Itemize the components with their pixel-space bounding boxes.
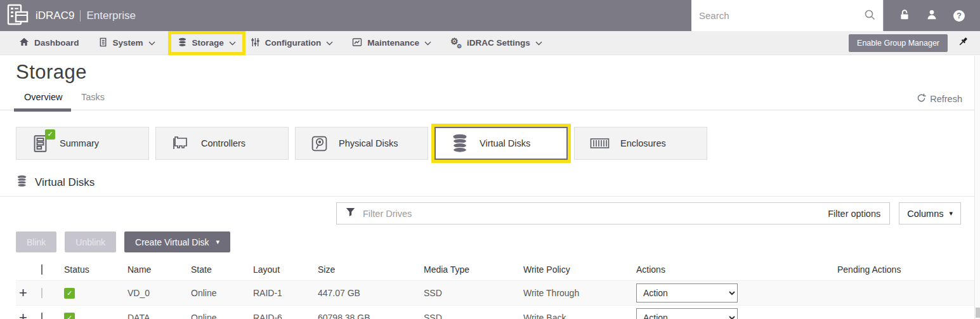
nav-configuration[interactable]: Configuration — [251, 37, 333, 49]
section-divider — [0, 196, 980, 197]
tile-summary[interactable]: ✓ Summary — [16, 127, 149, 160]
col-media-type: Media Type — [424, 264, 523, 275]
nav-label: Dashboard — [34, 38, 79, 48]
table-row: + ✓ DATA Online RAID-6 60798.38 GB SSD W… — [16, 305, 974, 319]
chevron-down-icon — [229, 38, 236, 48]
size-cell: 60798.38 GB — [318, 313, 424, 319]
layout-cell: RAID-1 — [253, 288, 318, 298]
search-input[interactable] — [699, 10, 864, 21]
brand: iDRAC9 Enterprise — [36, 10, 136, 22]
help-icon[interactable]: ? — [953, 10, 965, 22]
search-box[interactable] — [691, 0, 883, 31]
refresh-button[interactable]: Refresh — [917, 93, 962, 105]
action-select[interactable]: Action — [636, 308, 738, 319]
layout-cell: RAID-6 — [253, 313, 318, 319]
brand-divider — [80, 10, 81, 22]
chevron-down-icon — [148, 38, 155, 48]
pin-icon[interactable] — [958, 36, 969, 49]
filter-drives-box[interactable]: Filter options — [336, 202, 890, 225]
col-status: Status — [64, 264, 127, 275]
nav-system[interactable]: System — [98, 37, 155, 49]
tile-label: Physical Disks — [339, 138, 398, 148]
col-layout: Layout — [253, 264, 318, 275]
maintenance-chart-icon — [352, 37, 362, 49]
state-cell: Online — [191, 313, 253, 319]
page-title: Storage — [16, 61, 980, 84]
table-row: + ✓ VD_0 Online RAID-1 447.07 GB SSD Wri… — [16, 280, 974, 305]
name-cell: VD_0 — [127, 288, 191, 298]
size-cell: 447.07 GB — [318, 288, 424, 298]
unblink-button[interactable]: Unblink — [65, 231, 116, 252]
main-nav: Dashboard System Storage — [0, 31, 980, 55]
expand-row-button[interactable]: + — [16, 286, 39, 300]
tile-label: Enclosures — [620, 138, 666, 148]
virtual-disks-table: Status Name State Layout Size Media Type… — [16, 259, 974, 319]
tab-tasks[interactable]: Tasks — [81, 92, 105, 102]
create-virtual-disk-button[interactable]: Create Virtual Disk ▾ — [124, 231, 230, 252]
user-icon[interactable] — [926, 9, 938, 23]
tab-overview[interactable]: Overview — [24, 92, 62, 102]
chevron-down-icon — [424, 38, 431, 48]
tile-physical-disks[interactable]: Physical Disks — [295, 127, 428, 160]
nav-label: Maintenance — [367, 38, 419, 48]
summary-icon: ✓ — [32, 134, 49, 153]
col-pending-actions: Pending Actions — [837, 264, 974, 275]
enable-group-manager-button[interactable]: Enable Group Manager — [849, 34, 948, 52]
nav-dashboard[interactable]: Dashboard — [19, 37, 79, 49]
refresh-icon — [917, 93, 926, 105]
caret-down-icon: ▾ — [949, 209, 953, 218]
search-icon[interactable] — [864, 9, 875, 23]
name-cell: DATA — [127, 313, 191, 319]
col-size: Size — [318, 264, 424, 275]
filter-options-link[interactable]: Filter options — [828, 209, 880, 219]
vertical-scrollbar[interactable] — [974, 56, 980, 319]
action-select[interactable]: Action — [636, 283, 738, 303]
write-policy-cell: Write Through — [523, 288, 636, 298]
select-all-checkbox[interactable] — [41, 264, 42, 275]
status-ok-icon: ✓ — [64, 313, 75, 319]
blink-button[interactable]: Blink — [16, 231, 56, 252]
row-checkbox[interactable] — [41, 313, 42, 319]
virtual-disks-section-icon — [16, 175, 28, 190]
status-cell: ✓ — [64, 288, 127, 299]
nav-label: iDRAC Settings — [467, 38, 530, 48]
unlock-icon[interactable] — [899, 9, 910, 23]
nav-idrac-settings[interactable]: ⚙ ⚙ iDRAC Settings — [450, 38, 542, 48]
filter-drives-input[interactable] — [363, 209, 820, 219]
idrac-logo-icon — [6, 3, 29, 29]
gear-icon: ⚙ ⚙ — [450, 38, 462, 48]
select-all-cell — [39, 264, 64, 275]
nav-maintenance[interactable]: Maintenance — [352, 37, 431, 49]
tile-enclosures[interactable]: Enclosures — [574, 127, 707, 160]
chevron-down-icon — [326, 38, 333, 48]
col-actions: Actions — [636, 264, 837, 275]
enclosures-icon — [590, 138, 610, 149]
scrollbar-thumb[interactable] — [976, 308, 980, 318]
brand-name: iDRAC9 — [36, 10, 74, 22]
controllers-icon — [171, 135, 190, 152]
actions-cell: Action — [636, 308, 837, 319]
actions-cell: Action — [636, 283, 837, 303]
columns-button[interactable]: Columns ▾ — [899, 202, 961, 225]
media-type-cell: SSD — [424, 313, 523, 319]
status-cell: ✓ — [64, 313, 127, 319]
state-cell: Online — [191, 288, 253, 298]
storage-nav-highlight: Storage — [168, 31, 245, 55]
row-checkbox[interactable] — [41, 288, 42, 298]
system-icon — [98, 37, 108, 49]
table-header-row: Status Name State Layout Size Media Type… — [16, 259, 974, 280]
brand-area: iDRAC9 Enterprise — [0, 0, 136, 31]
create-virtual-disk-label: Create Virtual Disk — [135, 237, 209, 247]
tile-controllers[interactable]: Controllers — [155, 127, 289, 160]
tile-virtual-disks[interactable]: Virtual Disks — [434, 127, 568, 160]
active-tab-underline — [14, 108, 71, 112]
tile-label: Virtual Disks — [480, 138, 530, 148]
nav-label: System — [113, 38, 143, 48]
nav-right-group: Enable Group Manager — [849, 34, 980, 52]
app-header: iDRAC9 Enterprise ? — [0, 0, 980, 31]
nav-storage[interactable]: Storage — [178, 37, 236, 49]
col-name: Name — [127, 264, 191, 275]
col-write-policy: Write Policy — [523, 264, 636, 275]
funnel-icon — [346, 207, 355, 219]
expand-row-button[interactable]: + — [16, 311, 39, 319]
